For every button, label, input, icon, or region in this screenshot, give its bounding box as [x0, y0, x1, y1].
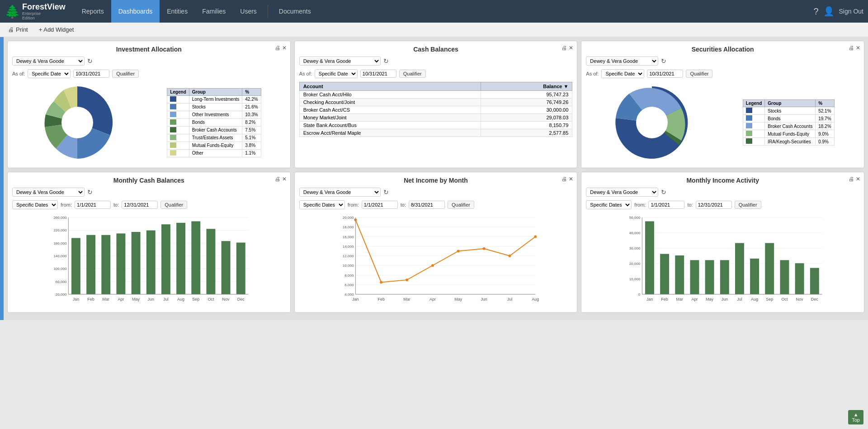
widget5-print-icon[interactable]: 🖨	[561, 176, 567, 182]
nav-families[interactable]: Families	[195, 0, 233, 23]
widget5-close-icon[interactable]: ✕	[569, 176, 573, 182]
widget4-close-icon[interactable]: ✕	[282, 176, 287, 182]
widget2-refresh-icon[interactable]: ↻	[383, 57, 389, 65]
widget6-account-select[interactable]: Dewey & Vera Goode	[586, 188, 658, 197]
securities-allocation-widget: Securities Allocation 🖨 ✕ Dewey & Vera G…	[581, 41, 864, 168]
nav-entities[interactable]: Entities	[160, 0, 195, 23]
widget6-close-icon[interactable]: ✕	[856, 176, 860, 182]
widget5-title: Net Income by Month	[299, 177, 573, 184]
help-icon[interactable]: ?	[813, 6, 818, 17]
widget1-refresh-icon[interactable]: ↻	[87, 57, 93, 65]
svg-text:Sep: Sep	[192, 297, 199, 302]
widget2-cash-table: Account Balance ▼ Broker Cash Acct/Hilo9…	[299, 82, 573, 137]
widget5-refresh-icon[interactable]: ↻	[383, 189, 389, 196]
widget4-account-select[interactable]: Dewey & Vera Goode	[12, 188, 85, 197]
widget6-title: Monthly Income Activity	[586, 177, 859, 184]
widget3-refresh-icon[interactable]: ↻	[661, 57, 666, 65]
widget2-qualifier-btn[interactable]: Qualifier	[399, 70, 426, 78]
widget4-refresh-icon[interactable]: ↻	[87, 189, 93, 196]
nav-users[interactable]: Users	[233, 0, 264, 23]
logo-tree-icon: 🌲	[5, 4, 20, 19]
widget6-qualifier-btn[interactable]: Qualifier	[735, 201, 761, 209]
net-income-widget: Net Income by Month 🖨 ✕ Dewey & Vera Goo…	[294, 172, 578, 313]
widget5-date-type-select[interactable]: Specific Dates	[299, 200, 345, 209]
widget1-asof-label: As of:	[12, 71, 25, 76]
svg-text:20,000: 20,000	[56, 292, 67, 297]
widget4-qualifier-btn[interactable]: Qualifier	[160, 201, 187, 209]
widget6-from-date-input[interactable]	[648, 201, 684, 209]
widget4-to-date-input[interactable]	[122, 201, 158, 209]
svg-text:Jul: Jul	[163, 297, 169, 302]
widget1-account-select[interactable]: Dewey & Vera Goode	[12, 57, 85, 66]
widget5-account-select[interactable]: Dewey & Vera Goode	[299, 188, 381, 197]
svg-point-73	[482, 247, 485, 250]
print-button[interactable]: 🖨 Print	[5, 25, 31, 34]
svg-text:Jun: Jun	[147, 297, 154, 302]
widget3-close-icon[interactable]: ✕	[856, 45, 860, 51]
widget3-qualifier-btn[interactable]: Qualifier	[686, 70, 712, 78]
widget2-date-input[interactable]	[360, 70, 396, 78]
svg-text:12,000: 12,000	[343, 254, 354, 258]
widget3-chart-area: Legend Group % Stocks52.1% Bonds19.7% Br…	[586, 82, 859, 163]
svg-rect-20	[101, 235, 110, 294]
cash-balances-widget: Cash Balances 🖨 ✕ Dewey & Vera Goode ↻ A…	[294, 41, 578, 168]
widget4-from-date-input[interactable]	[75, 201, 111, 209]
nav-reports[interactable]: Reports	[75, 0, 111, 23]
widget3-date-input[interactable]	[647, 70, 683, 78]
widget2-title: Cash Balances	[299, 46, 573, 53]
add-widget-button[interactable]: + Add Widget	[36, 25, 77, 34]
svg-rect-110	[795, 263, 804, 294]
svg-text:0: 0	[638, 292, 641, 297]
widget4-print-icon[interactable]: 🖨	[275, 176, 280, 182]
widget1-date-type-select[interactable]: Specific Date	[28, 69, 71, 78]
widget6-to-date-input[interactable]	[696, 201, 732, 209]
widget1-print-icon[interactable]: 🖨	[275, 45, 280, 51]
svg-text:Mar: Mar	[403, 297, 410, 302]
svg-rect-32	[191, 222, 200, 295]
svg-point-74	[508, 255, 511, 257]
widget3-legend-table: Legend Group % Stocks52.1% Bonds19.7% Br…	[743, 99, 835, 146]
widget5-controls: 🖨 ✕	[561, 176, 573, 182]
widget1-close-icon[interactable]: ✕	[282, 45, 287, 51]
svg-rect-90	[645, 222, 654, 295]
widget2-close-icon[interactable]: ✕	[569, 45, 573, 51]
svg-text:14,000: 14,000	[343, 245, 354, 249]
nav-documents[interactable]: Documents	[272, 0, 318, 23]
widget3-account-select[interactable]: Dewey & Vera Goode	[586, 57, 658, 66]
widget2-account-select[interactable]: Dewey & Vera Goode	[299, 57, 381, 66]
nav-right: ? 👤 Sign Out	[813, 6, 863, 17]
widget3-print-icon[interactable]: 🖨	[849, 45, 854, 51]
widget6-date-row: Specific Dates from: to: Qualifier	[586, 200, 859, 209]
svg-rect-106	[765, 243, 774, 294]
svg-rect-100	[720, 260, 729, 294]
widget4-date-type-select[interactable]: Specific Dates	[12, 200, 58, 209]
svg-text:8,000: 8,000	[344, 273, 354, 278]
svg-rect-94	[675, 255, 684, 294]
widget5-qualifier-btn[interactable]: Qualifier	[448, 201, 474, 209]
sign-out-btn[interactable]: Sign Out	[839, 8, 863, 15]
monthly-income-widget: Monthly Income Activity 🖨 ✕ Dewey & Vera…	[581, 172, 864, 313]
svg-text:Sep: Sep	[766, 297, 774, 302]
widget2-date-type-select[interactable]: Specific Date	[315, 69, 358, 78]
widget5-from-date-input[interactable]	[362, 201, 398, 209]
svg-text:May: May	[132, 297, 140, 302]
widget1-qualifier-btn[interactable]: Qualifier	[112, 70, 139, 78]
widget5-line-chart: 20,00018,00016,00014,00012,00010,0008,00…	[299, 213, 573, 308]
widget6-print-icon[interactable]: 🖨	[849, 176, 854, 182]
widget2-print-icon[interactable]: 🖨	[561, 45, 567, 51]
widget5-account-row: Dewey & Vera Goode ↻	[299, 188, 573, 197]
widget4-account-row: Dewey & Vera Goode ↻	[12, 188, 286, 197]
legend-header-group: Group	[189, 88, 242, 95]
widget6-refresh-icon[interactable]: ↻	[661, 189, 666, 196]
svg-text:10,000: 10,000	[343, 264, 354, 268]
svg-text:Apr: Apr	[118, 297, 124, 302]
widget5-to-date-input[interactable]	[409, 201, 445, 209]
nav-dashboards[interactable]: Dashboards	[111, 0, 160, 23]
widget1-date-input[interactable]	[73, 70, 109, 78]
widget6-date-type-select[interactable]: Specific Dates	[586, 200, 632, 209]
widget6-to-label: to:	[687, 202, 693, 207]
user-icon[interactable]: 👤	[823, 6, 835, 17]
widget3-date-type-select[interactable]: Specific Date	[601, 69, 644, 78]
svg-point-0	[61, 107, 93, 138]
svg-text:May: May	[706, 297, 714, 302]
